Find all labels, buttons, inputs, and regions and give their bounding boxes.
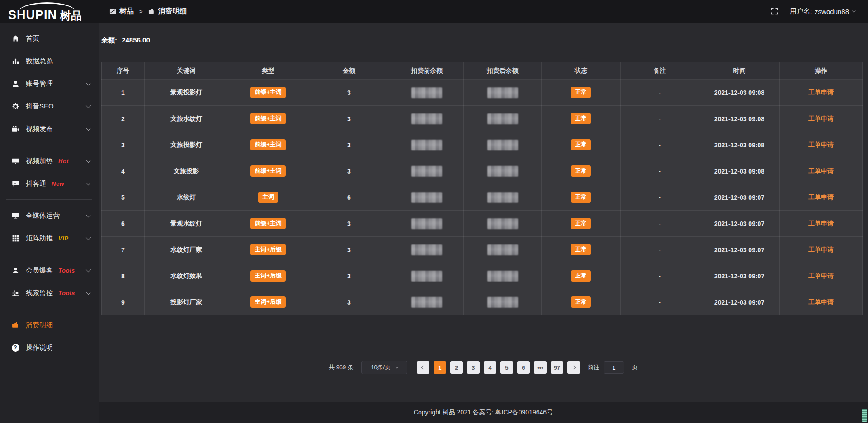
fullscreen-icon[interactable]: [771, 8, 778, 15]
user-menu[interactable]: 用户名: zswodun88: [790, 7, 854, 16]
page-button-97[interactable]: 97: [551, 361, 563, 374]
page-button-6[interactable]: 6: [517, 361, 530, 374]
ticket-request-link[interactable]: 工单申请: [808, 141, 834, 148]
sidebar-item-label: 抖音SEO: [26, 102, 54, 111]
status-badge: 正常: [571, 87, 591, 98]
chat-icon: [11, 180, 20, 188]
page-ellipsis-button[interactable]: •••: [534, 361, 547, 374]
prev-page-button[interactable]: [417, 361, 429, 374]
ticket-request-link[interactable]: 工单申请: [808, 193, 834, 201]
sidebar-divider: [6, 309, 92, 309]
sidebar-item-account-management[interactable]: 账号管理: [0, 72, 99, 95]
app-logo[interactable]: SHUPIN 树品: [0, 0, 99, 23]
page-size-select[interactable]: 10条/页: [361, 361, 407, 374]
question-icon: [11, 344, 20, 352]
time-cell: 2021-12-03 09:07: [714, 299, 764, 306]
ticket-request-link[interactable]: 工单申请: [808, 298, 834, 306]
page-size-value: 10条/页: [371, 363, 391, 371]
censored-balance-after: [487, 271, 518, 282]
balance-label: 余额:: [101, 36, 117, 44]
chevron-down-icon: [86, 267, 91, 272]
note-cell: -: [659, 246, 661, 254]
wallet-icon: [11, 321, 20, 329]
type-badge: 前缀+主词: [250, 113, 286, 124]
keyword-cell: 文旅投影灯: [170, 141, 202, 148]
user-icon: [11, 80, 20, 88]
copyright-text: Copyright 树品 2021 备案号: 粤ICP备09019646号: [414, 409, 553, 417]
sidebar-item-member-burst[interactable]: 会员爆客 Tools: [0, 259, 99, 282]
sidebar-item-doukertong[interactable]: 抖客通 New: [0, 172, 99, 195]
sidebar-divider: [6, 199, 92, 200]
censored-balance-before: [411, 192, 442, 203]
table-row: 8 水纹灯效果 主词+后缀 3 正常 - 2021-12-03 09:07 工单…: [102, 263, 863, 289]
row-index: 2: [121, 115, 125, 122]
column-header: 扣费前余额: [390, 62, 464, 80]
pagination: 共 969 条 10条/页 1 2 3 4 5 6 ••• 97 前往 页: [99, 361, 868, 374]
ticket-request-link[interactable]: 工单申请: [808, 167, 834, 174]
ticket-request-link[interactable]: 工单申请: [808, 115, 834, 122]
sidebar-divider: [6, 254, 92, 254]
sidebar-item-douyin-seo[interactable]: 抖音SEO: [0, 95, 99, 118]
column-header: 扣费后余额: [464, 62, 542, 80]
breadcrumb-item-consumption-detail[interactable]: 消费明细: [148, 7, 187, 16]
ticket-request-link[interactable]: 工单申请: [808, 89, 834, 96]
chevron-down-icon: [395, 365, 399, 368]
sidebar-item-home[interactable]: 首页: [0, 27, 99, 50]
page-button-5[interactable]: 5: [500, 361, 513, 374]
sidebar-item-label: 操作说明: [26, 343, 53, 352]
sidebar-item-lead-monitor[interactable]: 线索监控 Tools: [0, 282, 99, 304]
sidebar-item-label: 矩阵助推: [26, 234, 53, 243]
time-cell: 2021-12-03 09:08: [714, 141, 764, 149]
breadcrumb-item-shupin[interactable]: 树品: [109, 7, 134, 16]
sidebar-item-media-operation[interactable]: 全媒体运营: [0, 204, 99, 227]
sidebar-item-data-overview[interactable]: 数据总览: [0, 50, 99, 72]
chevron-down-icon: [86, 126, 91, 131]
goto-page-input[interactable]: [604, 361, 624, 374]
sliders-icon: [11, 289, 20, 297]
ticket-request-link[interactable]: 工单申请: [808, 272, 834, 279]
ticket-request-link[interactable]: 工单申请: [808, 220, 834, 227]
page-button-4[interactable]: 4: [484, 361, 496, 374]
sidebar-item-consumption-detail[interactable]: 消费明细: [0, 314, 99, 336]
sidebar-item-video-publish[interactable]: 视频发布: [0, 118, 99, 140]
time-cell: 2021-12-03 09:07: [714, 194, 764, 201]
chevron-down-icon: [86, 212, 91, 217]
logo-arc: [18, 2, 76, 12]
row-index: 7: [121, 246, 125, 254]
type-badge: 主词: [258, 192, 278, 202]
column-header: 类型: [228, 62, 308, 80]
tools-badge: Tools: [58, 267, 75, 274]
sidebar-item-label: 首页: [26, 34, 39, 43]
column-header: 备注: [621, 62, 699, 80]
type-badge: 前缀+主词: [250, 87, 286, 98]
table-row: 7 水纹灯厂家 主词+后缀 3 正常 - 2021-12-03 09:07 工单…: [102, 237, 863, 263]
ticket-request-link[interactable]: 工单申请: [808, 246, 834, 253]
note-cell: -: [659, 299, 661, 306]
censored-balance-before: [411, 271, 442, 282]
sidebar-item-label: 全媒体运营: [26, 212, 60, 220]
type-badge: 主词+后缀: [250, 270, 286, 281]
page-button-2[interactable]: 2: [450, 361, 463, 374]
sidebar-item-label: 视频加热: [26, 157, 53, 165]
column-header: 操作: [780, 62, 863, 80]
sidebar-item-video-heating[interactable]: 视频加热 Hot: [0, 150, 99, 172]
page-button-1[interactable]: 1: [434, 361, 446, 374]
page-button-3[interactable]: 3: [467, 361, 480, 374]
chevron-left-icon: [421, 366, 425, 369]
time-cell: 2021-12-03 09:07: [714, 220, 764, 227]
status-badge: 正常: [571, 192, 591, 202]
username-label: 用户名:: [790, 7, 812, 16]
sidebar-item-matrix-boost[interactable]: 矩阵助推 VIP: [0, 227, 99, 249]
type-badge: 主词+后缀: [250, 244, 286, 255]
keyword-cell: 景观水纹灯: [170, 220, 202, 227]
keyword-cell: 文旅投影: [174, 167, 199, 174]
next-page-button[interactable]: [567, 361, 580, 374]
chevron-down-icon: [86, 290, 91, 295]
time-cell: 2021-12-03 09:08: [714, 89, 764, 96]
sidebar-item-instructions[interactable]: 操作说明: [0, 336, 99, 359]
scrollbar-thumb[interactable]: [862, 409, 867, 422]
censored-balance-after: [487, 87, 518, 98]
sidebar-divider: [6, 145, 92, 145]
hot-badge: Hot: [58, 158, 69, 164]
amount-cell: 3: [347, 168, 351, 175]
